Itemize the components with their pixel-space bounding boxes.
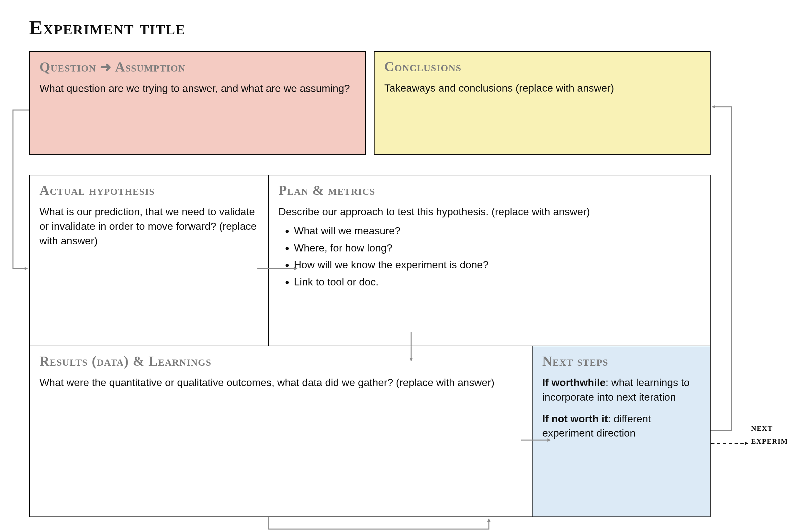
assumption-label: Assumption <box>115 60 186 74</box>
hypothesis-body: What is our prediction, that we need to … <box>40 204 258 248</box>
question-box-title: Question ➜ Assumption <box>40 59 356 75</box>
next-notworth-label: If not worth it <box>542 413 608 425</box>
question-label: Question <box>40 60 96 74</box>
plan-metrics-box: Plan & metrics Describe our approach to … <box>268 175 710 346</box>
question-assumption-box: Question ➜ Assumption What question are … <box>29 51 366 155</box>
conclusions-box: Conclusions Takeaways and conclusions (r… <box>374 51 710 155</box>
next-worthwhile: If worthwhile: what learnings to incorpo… <box>542 375 700 404</box>
question-body: What question are we trying to answer, a… <box>40 81 356 96</box>
arrow-question-to-hypothesis <box>13 110 29 269</box>
next-worth-label: If worthwhile <box>542 377 606 388</box>
plan-bullet: Link to tool or doc. <box>294 275 700 289</box>
conclusions-title: Conclusions <box>384 59 700 74</box>
plan-bullet: What will we measure? <box>294 224 700 238</box>
next-experiment-line1: next <box>751 421 773 433</box>
plan-bullets: What will we measure? Where, for how lon… <box>278 224 700 289</box>
results-box: Results (data) & Learnings What were the… <box>29 346 533 517</box>
conclusions-body: Takeaways and conclusions (replace with … <box>384 81 700 95</box>
next-steps-box: Next steps If worthwhile: what learnings… <box>532 346 710 517</box>
experiment-canvas: Experiment title Question ➜ Assumption W… <box>0 0 787 532</box>
results-body: What were the quantitative or qualitativ… <box>40 375 522 390</box>
next-experiment-line2: experiment <box>751 434 787 446</box>
hypothesis-box: Actual hypothesis What is our prediction… <box>29 175 269 346</box>
arrow-next-to-conclusions <box>710 107 732 430</box>
hypothesis-title: Actual hypothesis <box>40 182 258 198</box>
results-title: Results (data) & Learnings <box>40 353 522 369</box>
next-experiment-label: next experiment <box>751 421 787 447</box>
page-title: Experiment title <box>29 16 186 39</box>
arrow-right-icon: ➜ <box>100 60 115 74</box>
arrow-results-loop <box>269 517 489 529</box>
plan-title: Plan & metrics <box>278 182 700 198</box>
next-not-worth: If not worth it: different experiment di… <box>542 412 700 441</box>
next-title: Next steps <box>542 353 700 369</box>
plan-bullet: Where, for how long? <box>294 241 700 255</box>
plan-lead: Describe our approach to test this hypot… <box>278 204 700 219</box>
plan-bullet: How will we know the experiment is done? <box>294 258 700 272</box>
